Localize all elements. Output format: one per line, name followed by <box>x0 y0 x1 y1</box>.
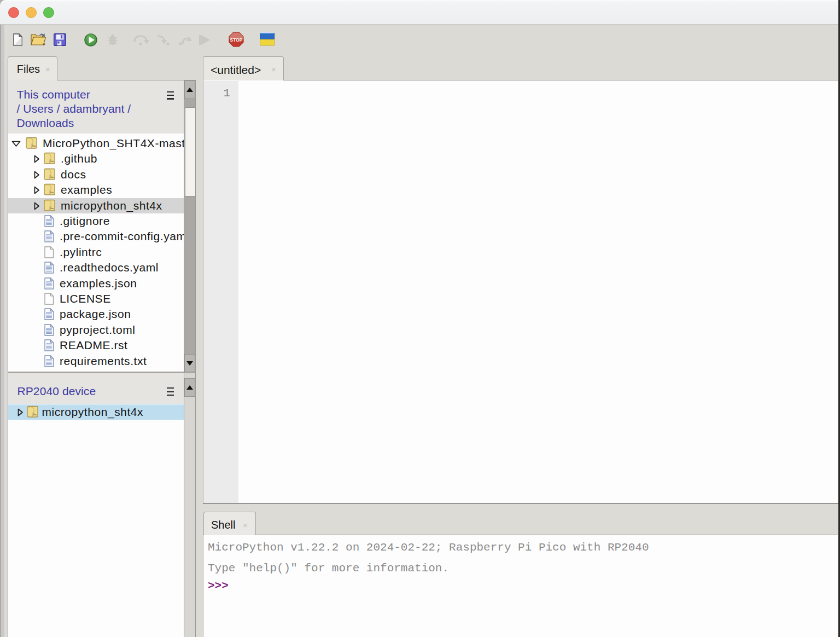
svg-text:STOP: STOP <box>230 38 243 43</box>
